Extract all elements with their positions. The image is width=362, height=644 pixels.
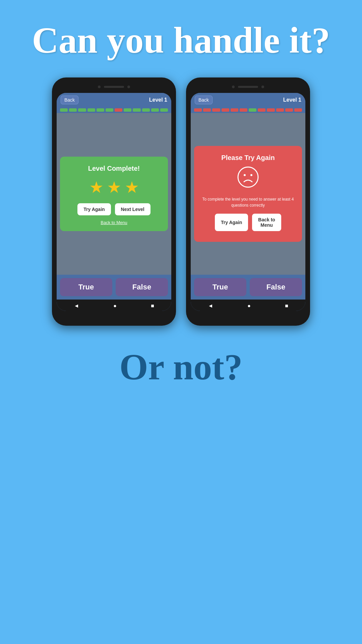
rprog-1 [194,108,202,112]
right-progress-bar [191,107,305,113]
camera-dot-left [98,86,101,88]
prog-12 [160,108,168,112]
true-btn-left[interactable]: True [60,278,112,296]
right-screen: Back Level 1 Please Try [191,93,305,311]
camera-dot2-right [261,86,264,88]
prog-5 [97,108,104,112]
rprog-6 [240,108,247,112]
prog-4 [87,108,95,112]
bottom-headline: Or not? [119,346,243,388]
phone-top-bar-right [191,82,305,92]
speaker-right [238,86,258,88]
right-back-button[interactable]: Back [195,96,213,104]
success-card: Level Complete! ★ ★ ★ Try Again Next Lev… [60,157,168,231]
prog-11 [151,108,159,112]
right-bottom: True False [191,275,305,300]
stars-row: ★ ★ ★ [89,178,139,197]
fail-title: Please Try Again [221,154,275,162]
prog-2 [69,108,77,112]
recents-android-icon-left[interactable]: ■ [151,303,154,309]
left-bottom: True False [57,275,171,300]
headline: Can you handle it? [32,20,330,61]
prog-6 [106,108,113,112]
rprog-3 [212,108,220,112]
rprog-11 [285,108,293,112]
prog-7 [115,108,122,112]
fail-card: Please Try Again To complete the level y… [194,146,302,242]
left-progress-bar [57,107,171,113]
camera-dot2-left [127,86,130,88]
phones-row: Back Level 1 Level Comp [52,77,310,326]
left-back-button[interactable]: Back [61,96,78,104]
rprog-7 [249,108,256,112]
prog-1 [60,108,68,112]
fail-card-buttons: Try Again Back to Menu [215,214,281,231]
left-phone: Back Level 1 Level Comp [52,77,176,326]
back-android-icon-right[interactable]: ◄ [208,303,213,309]
star-2: ★ [107,178,121,197]
false-btn-right[interactable]: False [250,278,302,296]
prog-10 [142,108,150,112]
star-3: ★ [125,178,139,197]
svg-point-1 [244,174,246,176]
rprog-2 [203,108,211,112]
svg-point-2 [250,174,252,176]
back-to-menu-link-left[interactable]: Back to Menu [101,220,127,225]
success-title: Level Complete! [88,165,140,172]
next-level-btn[interactable]: Next Level [115,203,150,215]
left-screen: Back Level 1 Level Comp [57,93,171,311]
rprog-5 [231,108,238,112]
fail-description: To complete the level you need to answer… [199,196,297,208]
try-again-btn-right[interactable]: Try Again [215,214,248,231]
prog-3 [78,108,86,112]
right-content: Please Try Again To complete the level y… [191,113,305,275]
right-nav: Back Level 1 [191,93,305,107]
success-card-buttons: Try Again Next Level [77,203,150,215]
camera-dot-right [232,86,235,88]
rprog-9 [267,108,275,112]
prog-9 [133,108,140,112]
left-content: Level Complete! ★ ★ ★ Try Again Next Lev… [57,113,171,275]
left-nav: Back Level 1 [57,93,171,107]
rprog-12 [294,108,302,112]
false-btn-left[interactable]: False [116,278,168,296]
true-btn-right[interactable]: True [194,278,246,296]
left-android-nav: ◄ ● ■ [57,300,171,311]
back-to-menu-btn-right[interactable]: Back to Menu [252,214,281,231]
star-1: ★ [89,178,104,197]
right-phone: Back Level 1 Please Try [186,77,310,326]
right-android-nav: ◄ ● ■ [191,300,305,311]
sad-face-icon [237,166,259,192]
rprog-10 [276,108,284,112]
left-level-label: Level 1 [149,97,167,103]
rprog-4 [222,108,229,112]
try-again-btn-left[interactable]: Try Again [77,203,111,215]
right-level-label: Level 1 [283,97,301,103]
recents-android-icon-right[interactable]: ■ [285,303,288,309]
home-android-icon-left[interactable]: ● [113,303,117,309]
back-android-icon-left[interactable]: ◄ [74,303,79,309]
prog-8 [124,108,131,112]
home-android-icon-right[interactable]: ● [247,303,251,309]
rprog-8 [258,108,265,112]
svg-point-0 [238,167,258,187]
speaker-left [104,86,124,88]
phone-top-bar-left [57,82,171,92]
